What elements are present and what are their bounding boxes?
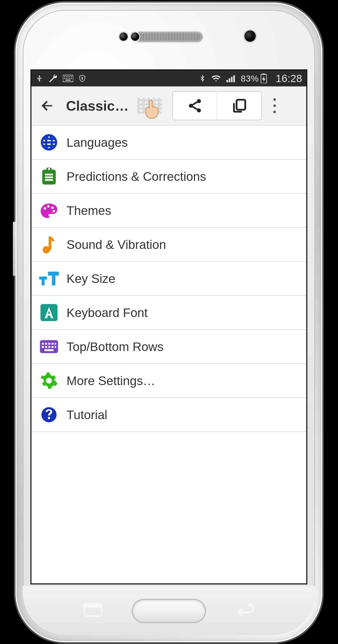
copy-button[interactable] <box>217 92 261 120</box>
settings-row-label: Tutorial <box>67 408 107 422</box>
svg-rect-54 <box>45 349 54 351</box>
recent-apps-button[interactable] <box>82 603 104 617</box>
settings-row-label: Key Size <box>67 272 115 286</box>
settings-row-font[interactable]: Keyboard Font <box>31 296 306 330</box>
back-arrow-icon <box>234 603 256 617</box>
settings-row-themes[interactable]: Themes <box>31 194 306 228</box>
globe-icon <box>39 133 59 152</box>
gear-icon <box>39 371 59 390</box>
settings-row-label: Keyboard Font <box>67 306 148 320</box>
svg-rect-11 <box>65 80 71 80</box>
svg-rect-5 <box>71 76 72 77</box>
svg-rect-8 <box>68 78 68 79</box>
settings-row-sound[interactable]: Sound & Vibration <box>31 228 306 262</box>
svg-rect-41 <box>52 272 55 285</box>
proximity-sensor-icon <box>119 32 128 41</box>
copy-icon <box>231 98 247 114</box>
settings-row-label: Sound & Vibration <box>67 238 166 252</box>
svg-rect-23 <box>237 100 245 110</box>
svg-rect-3 <box>68 76 68 77</box>
recent-apps-icon <box>82 603 104 617</box>
svg-point-34 <box>51 207 54 209</box>
svg-rect-19 <box>263 74 265 75</box>
settings-list: Languages Predictions & Corrections Them… <box>31 126 306 432</box>
share-button[interactable] <box>173 92 217 120</box>
svg-rect-48 <box>55 343 56 345</box>
arrow-left-icon <box>40 98 55 113</box>
bottom-bezel <box>23 586 315 635</box>
svg-rect-51 <box>48 346 51 348</box>
svg-rect-9 <box>69 78 70 79</box>
action-bar: Classic… <box>31 86 306 126</box>
svg-point-35 <box>53 210 55 213</box>
palette-icon <box>39 201 59 220</box>
svg-rect-6 <box>64 78 65 79</box>
more-vertical-icon <box>273 96 276 115</box>
svg-rect-16 <box>231 77 233 82</box>
svg-rect-4 <box>69 76 70 77</box>
back-button[interactable] <box>36 94 59 117</box>
settings-row-tutorial[interactable]: Tutorial <box>31 398 306 432</box>
try-keyboard-button[interactable] <box>135 93 164 118</box>
music-note-icon <box>39 235 59 254</box>
settings-row-label: More Settings… <box>67 374 155 388</box>
svg-rect-14 <box>226 80 228 82</box>
wrench-icon <box>48 74 58 83</box>
home-button[interactable] <box>133 600 205 622</box>
keyboard-rows-icon <box>39 337 59 356</box>
keyboard-status-icon <box>63 75 73 82</box>
speaker-grille <box>135 32 202 42</box>
settings-row-keysize[interactable]: Key Size <box>31 262 306 296</box>
svg-rect-45 <box>45 343 47 345</box>
status-clock: 16:28 <box>276 73 302 84</box>
svg-point-32 <box>44 207 46 210</box>
svg-rect-17 <box>233 75 235 82</box>
settings-row-label: Predictions & Corrections <box>67 169 206 184</box>
phone-inner: 83% 16:28 Classic… <box>23 10 315 635</box>
svg-rect-42 <box>40 304 57 321</box>
settings-row-more[interactable]: More Settings… <box>31 364 306 398</box>
svg-rect-57 <box>84 604 101 608</box>
svg-rect-39 <box>42 276 45 285</box>
settings-row-predictions[interactable]: Predictions & Corrections <box>31 160 306 194</box>
text-size-icon <box>39 269 59 288</box>
battery-percent: 83% <box>241 74 259 84</box>
actionbar-button-group <box>172 91 262 120</box>
hw-back-button[interactable] <box>234 603 256 617</box>
svg-rect-49 <box>42 346 44 348</box>
status-bar: 83% 16:28 <box>31 70 306 86</box>
svg-rect-1 <box>64 76 65 77</box>
shield-icon <box>78 74 86 83</box>
svg-rect-37 <box>49 237 51 250</box>
signal-icon <box>226 74 236 83</box>
settings-row-rows[interactable]: Top/Bottom Rows <box>31 330 306 364</box>
settings-row-label: Top/Bottom Rows <box>67 340 163 354</box>
svg-rect-46 <box>48 343 51 345</box>
overflow-menu-button[interactable] <box>264 92 285 120</box>
svg-rect-13 <box>82 78 83 80</box>
power-button <box>13 222 15 276</box>
phone-frame: 83% 16:28 Classic… <box>15 3 322 642</box>
svg-rect-50 <box>45 346 47 348</box>
actionbar-title: Classic… <box>66 98 129 114</box>
svg-rect-44 <box>42 343 44 345</box>
bluetooth-icon <box>199 74 206 83</box>
svg-rect-7 <box>66 78 67 79</box>
front-camera-icon <box>244 30 256 42</box>
settings-row-label: Themes <box>67 203 111 218</box>
svg-rect-47 <box>52 343 54 345</box>
screen: 83% 16:28 Classic… <box>31 70 306 583</box>
status-left-icons <box>36 74 86 83</box>
settings-row-languages[interactable]: Languages <box>31 126 306 160</box>
svg-rect-2 <box>66 76 67 77</box>
status-right-icons: 83% 16:28 <box>199 73 302 84</box>
settings-row-label: Languages <box>67 135 128 150</box>
wifi-icon <box>211 74 221 83</box>
svg-rect-30 <box>45 176 53 178</box>
usb-icon <box>36 74 43 83</box>
font-icon <box>39 303 59 322</box>
clipboard-list-icon <box>39 167 59 186</box>
svg-rect-52 <box>52 346 54 348</box>
stage: 83% 16:28 Classic… <box>0 0 338 644</box>
svg-rect-10 <box>71 78 72 79</box>
